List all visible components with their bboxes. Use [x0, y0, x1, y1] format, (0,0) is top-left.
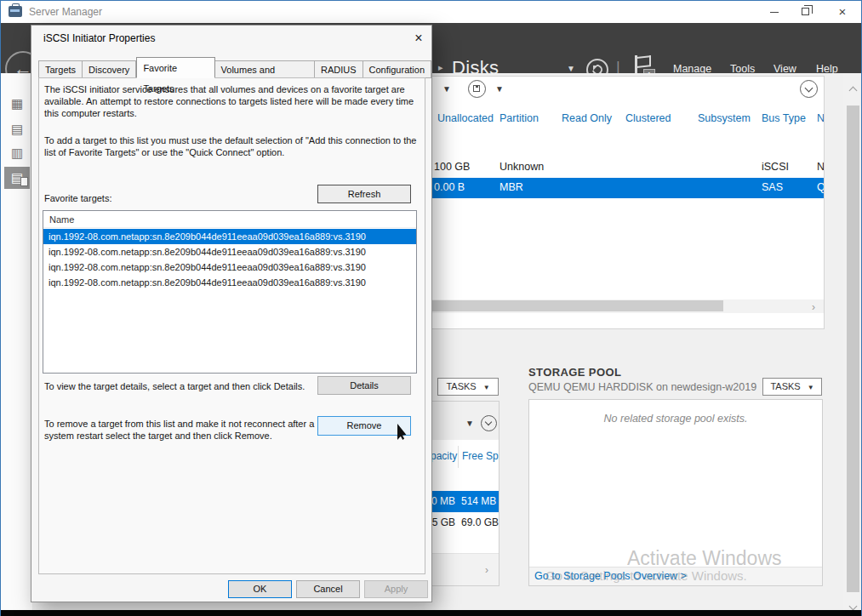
sidebar-item-local-server-icon[interactable]: ▤ — [7, 120, 27, 139]
storage-pool-footer: Go to Storage Pools Overview > — [529, 567, 822, 585]
remove-text: To remove a target from this list and ma… — [44, 418, 317, 442]
cell-bus-type: iSCSI — [762, 161, 789, 173]
cancel-button[interactable]: Cancel — [296, 580, 360, 598]
tab-favorite-targets[interactable]: Favorite Targets — [136, 57, 214, 78]
col-subsystem[interactable]: Subsystem — [698, 112, 751, 124]
sidebar-item-dashboard-icon[interactable]: ▦ — [7, 94, 27, 113]
favorite-targets-list: Name iqn.1992-08.com.netapp:sn.8e209b044… — [43, 210, 417, 374]
favorite-targets-label: Favorite targets: — [44, 192, 111, 204]
details-text: To view the target details, select a tar… — [44, 380, 317, 392]
list-header-name[interactable]: Name — [43, 211, 416, 228]
volumes-tasks-button[interactable]: TASKS▼ — [437, 378, 499, 396]
save-query-icon[interactable] — [468, 80, 486, 98]
storage-pool-title: STORAGE POOL — [528, 366, 621, 379]
tab-configuration[interactable]: Configuration — [363, 60, 431, 78]
col-unallocated[interactable]: Unallocated — [437, 112, 494, 124]
breadcrumb-arrow-icon: ▸ — [438, 62, 443, 73]
restore-button[interactable] — [791, 1, 819, 22]
vertical-scrollbar[interactable] — [843, 73, 862, 610]
sidebar-nav: ▦ ▤ ▥ ▤ — [1, 73, 33, 610]
volumes-collapse-icon[interactable] — [481, 415, 497, 431]
target-item[interactable]: iqn.1992-08.com.netapp:sn.8e209b044de911… — [43, 244, 416, 260]
tasks-label: TASKS — [446, 381, 476, 391]
storage-pool-panel: No related storage pool exists. Go to St… — [528, 399, 823, 586]
server-manager-icon — [9, 6, 22, 17]
apply-button[interactable]: Apply — [364, 580, 428, 598]
filter-dropdown-icon[interactable]: ▼ — [442, 84, 451, 94]
intro-text: The iSCSI initiator service ensures that… — [44, 83, 420, 119]
dialog-title: iSCSI Initiator Properties — [43, 32, 155, 44]
cell-bus-type: SAS — [762, 181, 783, 193]
tab-volumes-and-devices[interactable]: Volumes and Devices — [215, 60, 315, 78]
dialog-close-icon[interactable]: × — [408, 29, 430, 48]
scrollbar-thumb[interactable] — [847, 106, 859, 592]
storage-pool-tasks-button[interactable]: TASKS▼ — [762, 378, 822, 396]
tab-targets[interactable]: Targets — [38, 60, 83, 78]
col-read-only[interactable]: Read Only — [562, 112, 612, 124]
col-capacity[interactable]: pacity — [431, 450, 457, 462]
tab-radius[interactable]: RADIUS — [315, 60, 363, 78]
ok-button[interactable]: OK — [228, 580, 292, 598]
remove-button[interactable]: Remove — [317, 416, 411, 436]
window-title: Server Manager — [29, 1, 102, 23]
col-free-space[interactable]: Free Sp — [462, 450, 499, 462]
tasks-caret-icon: ▼ — [483, 384, 490, 391]
iscsi-initiator-properties-dialog: iSCSI Initiator Properties × Targets Dis… — [31, 25, 432, 602]
details-button[interactable]: Details — [317, 376, 411, 395]
cell-free-space: 514 MB — [461, 495, 496, 507]
sidebar-item-file-storage-icon[interactable]: ▤ — [4, 167, 30, 189]
sidebar-item-all-servers-icon[interactable]: ▥ — [7, 144, 27, 163]
col-name[interactable]: N — [817, 112, 825, 124]
col-bus-type[interactable]: Bus Type — [762, 112, 806, 124]
dialog-tabs: Targets Discovery Favorite Targets Volum… — [38, 57, 431, 78]
volumes-dropdown-icon[interactable]: ▼ — [465, 419, 474, 428]
storage-pool-subtitle: QEMU QEMU HARDDISK on newdesign-w2019 — [528, 381, 756, 393]
close-window-button[interactable]: × — [828, 1, 857, 22]
cell-unallocated: 0.00 B — [434, 181, 465, 193]
server-manager-window: Server Manager × ← ▸ Disks ▼ | 1 Manage … — [0, 0, 862, 616]
target-item[interactable]: iqn.1992-08.com.netapp:sn.8e209b044de911… — [43, 275, 416, 290]
cell-free-space: 69.0 GB — [461, 516, 499, 528]
cell-name: Q — [817, 181, 825, 193]
cell-name: N — [817, 161, 825, 173]
add-target-text: To add a target to this list you must us… — [44, 134, 420, 158]
storage-pool-empty-message: No related storage pool exists. — [529, 413, 822, 425]
scroll-right-icon[interactable]: › — [812, 301, 815, 313]
scroll-up-icon[interactable] — [850, 82, 856, 97]
collapse-panel-icon[interactable] — [800, 80, 818, 98]
window-titlebar: Server Manager × — [1, 1, 862, 23]
tasks-label: TASKS — [770, 381, 800, 391]
bottom-edge — [1, 610, 862, 616]
tasks-caret-icon: ▼ — [808, 384, 814, 391]
col-partition[interactable]: Partition — [500, 112, 539, 124]
cell-unallocated: 100 GB — [434, 161, 470, 173]
cell-partition: MBR — [500, 181, 523, 193]
refresh-button[interactable]: Refresh — [317, 185, 411, 203]
volumes-scroll-right-icon[interactable]: › — [485, 564, 488, 576]
col-clustered[interactable]: Clustered — [625, 112, 671, 124]
target-item-selected[interactable]: iqn.1992-08.com.netapp:sn.8e209b044de911… — [43, 229, 416, 244]
save-dropdown-icon[interactable]: ▼ — [495, 84, 504, 94]
column-divider — [458, 446, 459, 468]
cell-partition: Unknown — [500, 161, 544, 173]
breadcrumb-dropdown-icon[interactable]: ▼ — [567, 64, 575, 73]
tab-discovery[interactable]: Discovery — [83, 60, 136, 78]
target-item[interactable]: iqn.1992-08.com.netapp:sn.8e209b044de911… — [43, 260, 416, 275]
storage-pools-overview-link[interactable]: Go to Storage Pools Overview > — [534, 570, 687, 582]
minimize-button[interactable] — [760, 1, 789, 22]
